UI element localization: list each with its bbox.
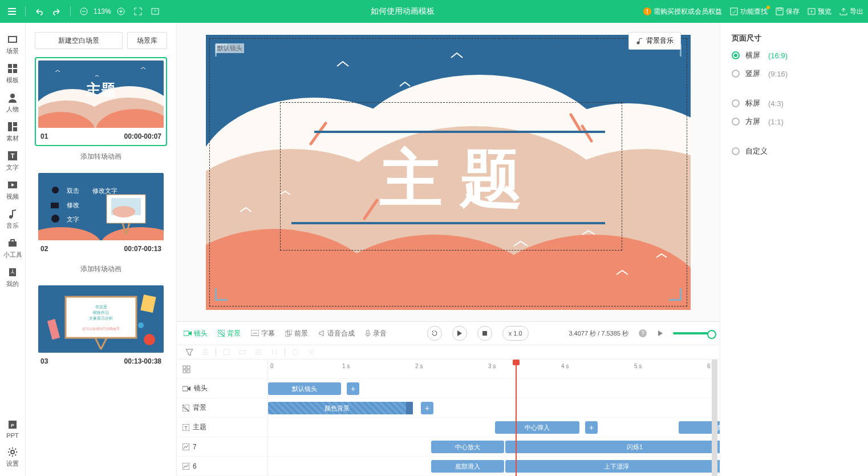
export-button[interactable]: 导出 [839,7,863,17]
clip-l7-a[interactable]: 中心放大 [431,441,504,453]
fit-screen-icon[interactable] [131,4,145,19]
rail-template[interactable]: 模板 [6,63,19,84]
rail-settings[interactable]: 设置 [6,447,19,468]
size-portrait[interactable]: 竖屏(9:16) [732,68,857,79]
clip-topic-a[interactable]: 中心弹入 [495,421,579,434]
add-topic-clip[interactable]: + [585,421,598,434]
track-layer6[interactable]: 底部滑入 上下漂浮 向下滑出 [268,457,720,476]
tab-front[interactable]: 前景 [285,329,308,338]
selection-box[interactable] [280,102,622,251]
purchase-link[interactable]: !需购买授权或会员权益 [643,7,722,17]
time-readout: 3.4077 秒 / 7.5385 秒 [569,329,628,338]
bgm-button[interactable]: 背景音乐 [628,32,681,50]
scene-card-02[interactable]: 双击修改文字 修改文字 0200:07-00:13 [35,170,167,259]
preview-button[interactable]: 预览 [808,7,832,17]
tool-f-icon[interactable] [306,348,317,357]
scene-num: 01 [40,132,48,140]
add-transition-1[interactable]: 添加转场动画 [35,152,167,162]
size-square[interactable]: 方屏(1:1) [732,116,857,127]
speed-button[interactable]: x 1.0 [502,326,529,341]
collapse-icon[interactable] [200,348,211,357]
tab-tts[interactable]: 语音合成 [318,329,355,338]
svg-text:文字: 文字 [67,216,79,223]
tool-a-icon[interactable] [221,348,232,357]
track-camera[interactable]: 默认镜头 + [268,379,720,398]
new-blank-scene-button[interactable]: 新建空白场景 [35,32,123,49]
track-topic[interactable]: 中心弹入 + 淡出 [268,418,720,437]
tab-subtitle[interactable]: 字幕 [251,329,275,338]
tool-b-icon[interactable] [237,348,248,357]
undo-icon[interactable] [31,4,46,19]
row-camera[interactable]: 镜头 [177,379,267,398]
timeline-zoom-slider[interactable] [673,332,713,334]
canvas-area[interactable]: 背景音乐 [177,23,720,321]
radio-icon [732,51,740,59]
track-bg[interactable]: 颜色背景 + [268,398,720,418]
tab-bg[interactable]: 背景 [218,329,241,338]
scene-card-03[interactable]: 在这里 模板作品 文案显示分析 还可以改成自己的颜色字 0300:13-00:3… [35,282,167,371]
tool-c-icon[interactable] [253,348,264,357]
add-transition-2[interactable]: 添加转场动画 [35,264,167,274]
clip-l7-b[interactable]: 闪烁1 [505,441,720,453]
zoom-in-icon[interactable] [113,4,128,19]
feature-search[interactable]: 功能查找 [730,7,768,17]
rail-mine[interactable]: 我的 [6,267,19,288]
row-bg[interactable]: 背景 [177,398,267,418]
row-layer6[interactable]: 6 [177,457,267,476]
add-camera-clip[interactable]: + [347,382,359,395]
rail-text[interactable]: T文字 [6,151,19,172]
clip-camera[interactable]: 默认镜头 [268,382,341,395]
tool-d-icon[interactable] [269,348,280,357]
zoom-out-icon[interactable] [76,4,91,19]
rail-scene[interactable]: 场景 [6,34,19,55]
svg-rect-9 [8,64,12,68]
menu-icon[interactable] [5,4,19,19]
svg-point-25 [11,450,14,454]
clip-bg[interactable]: 颜色背景 [268,402,413,414]
rail-material[interactable]: 素材 [6,122,19,143]
help-icon[interactable]: ? [639,329,647,337]
svg-text:主题: 主题 [86,81,116,98]
timeline-ruler[interactable]: 0 1 s 2 s 3 s 4 s 5 s 6 s 7 s [268,360,720,379]
rewind-button[interactable] [427,326,442,341]
track-layer7[interactable]: 中心放大 闪烁1 旋转弹出 [268,437,720,457]
svg-rect-8 [9,37,16,42]
svg-rect-11 [8,69,12,73]
add-bg-clip[interactable]: + [421,402,433,414]
timeline: 镜头 背景 字幕 前景 语音合成 录音 x 1.0 3.4077 秒 / 7.5… [177,321,720,476]
clip-l6-a[interactable]: 底部滑入 [431,460,504,473]
svg-rect-77 [240,350,245,354]
tab-record[interactable]: 录音 [365,329,387,338]
row-topic[interactable]: T主题 [177,418,267,437]
timeline-toolbar [177,345,720,360]
redo-icon[interactable] [50,4,64,19]
scene-card-01[interactable]: 主题 0100:00-00:07 [35,57,167,146]
rail-person[interactable]: 人物 [6,92,19,114]
scene-library-button[interactable]: 场景库 [127,32,167,49]
size-custom[interactable]: 自定义 [732,146,857,156]
filter-icon[interactable] [184,348,195,357]
svg-rect-82 [187,370,190,373]
canvas[interactable]: 主 题 默认镜头 [206,35,691,310]
rail-widget[interactable]: 小工具 [3,238,22,259]
svg-rect-75 [482,331,487,336]
size-landscape[interactable]: 横屏(16:9) [732,50,857,60]
playhead[interactable] [516,360,517,476]
svg-rect-83 [182,386,188,391]
size-standard[interactable]: 标屏(4:3) [732,98,857,108]
svg-rect-2 [152,9,159,14]
row-layer7[interactable]: 7 [177,437,267,457]
tool-e-icon[interactable] [290,348,301,357]
zoom-timeline-out-icon[interactable] [657,330,663,336]
stop-button[interactable] [477,326,492,341]
rail-video[interactable]: 视频 [6,180,19,201]
actual-size-icon[interactable] [148,4,163,19]
rail-ppt[interactable]: PPPT [6,419,18,439]
play-button[interactable] [452,326,467,341]
timeline-scrollbar[interactable] [712,360,717,476]
svg-rect-76 [224,349,229,355]
tab-camera[interactable]: 镜头 [184,329,208,338]
save-button[interactable]: 保存 [776,7,800,17]
rail-music[interactable]: 音乐 [6,209,19,230]
clip-l6-b[interactable]: 上下漂浮 [505,460,720,473]
